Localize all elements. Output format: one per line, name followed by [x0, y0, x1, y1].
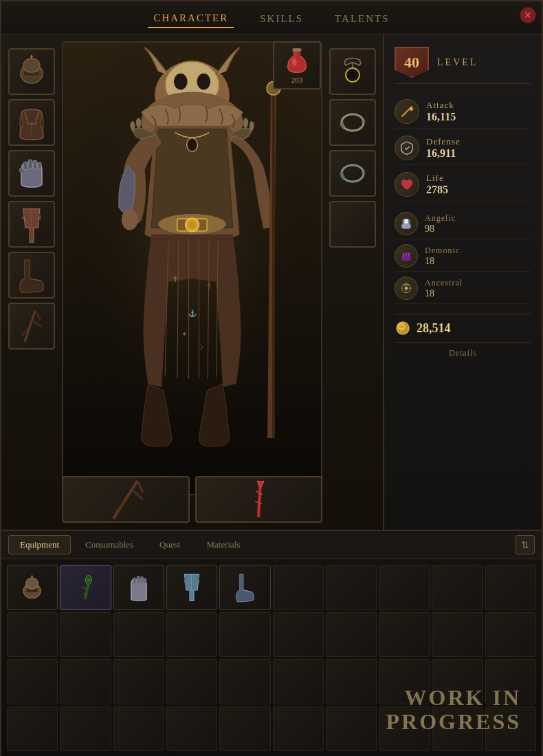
svg-marker-73 — [31, 575, 34, 577]
inv-cell-0[interactable] — [7, 565, 58, 610]
inv-cell-25[interactable] — [273, 659, 324, 704]
tab-skills[interactable]: SKILLS — [254, 10, 309, 28]
potion-count: 203 — [291, 76, 303, 84]
attack-icon — [395, 99, 419, 124]
inventory-tabs: Equipment Consumables Quest Materials ⇅ — [1, 531, 542, 559]
inv-cell-27[interactable] — [379, 659, 430, 704]
secondary-stats: Angelic 98 Demonic — [395, 208, 531, 304]
potion-slot[interactable]: 203 — [273, 41, 321, 89]
inv-cell-36[interactable] — [326, 706, 377, 752]
inv-cell-35[interactable] — [273, 706, 324, 752]
gold-display: 28,514 — [395, 314, 531, 343]
inv-cell-14[interactable] — [219, 612, 270, 658]
inv-cell-28[interactable] — [432, 659, 483, 704]
inv-cell-21[interactable] — [60, 659, 111, 704]
svg-line-13 — [32, 320, 42, 327]
content-area: ✝ ⚓ † ✦ ☽ — [1, 34, 542, 530]
inv-cell-2[interactable] — [113, 565, 164, 610]
defense-value: 16,911 — [426, 147, 461, 160]
ancestral-label: Ancestral — [425, 278, 463, 288]
inv-cell-5[interactable] — [273, 565, 324, 610]
life-value: 2785 — [426, 184, 448, 196]
inv-cell-3[interactable] — [166, 565, 217, 610]
inv-cell-20[interactable] — [7, 659, 58, 704]
slot-weapon-right[interactable] — [195, 476, 323, 523]
svg-text:✝: ✝ — [172, 274, 179, 284]
inv-cell-26[interactable] — [326, 659, 377, 704]
svg-text:†: † — [207, 281, 211, 291]
inv-cell-11[interactable] — [60, 612, 111, 658]
inv-cell-9[interactable] — [485, 565, 536, 610]
slot-boots[interactable] — [8, 252, 55, 299]
inv-cell-38[interactable] — [432, 706, 483, 752]
header-tabs: CHARACTER SKILLS TALENTS — [1, 1, 542, 34]
inv-cell-12[interactable] — [113, 612, 164, 658]
level-number: 40 — [404, 54, 419, 72]
slot-helm[interactable] — [8, 48, 55, 95]
inv-cell-1[interactable] — [60, 565, 111, 610]
demonic-icon — [395, 244, 418, 268]
inv-cell-17[interactable] — [379, 612, 430, 658]
svg-rect-7 — [28, 160, 32, 169]
inv-tab-consumables[interactable]: Consumables — [74, 535, 145, 554]
stat-attack-info: Attack 16,115 — [426, 100, 456, 123]
level-label: LEVEL — [437, 57, 478, 68]
inv-cell-37[interactable] — [379, 706, 430, 752]
bottom-weapon-slots — [62, 476, 322, 523]
inv-cell-7[interactable] — [379, 565, 430, 610]
inv-cell-19[interactable] — [485, 612, 536, 658]
inv-cell-33[interactable] — [166, 706, 217, 752]
inv-cell-31[interactable] — [60, 706, 111, 752]
slot-amulet[interactable] — [329, 48, 376, 95]
inv-tab-equipment[interactable]: Equipment — [8, 535, 71, 554]
svg-line-50 — [137, 481, 143, 493]
details-link[interactable]: Details — [395, 348, 531, 358]
slot-chest[interactable] — [8, 99, 55, 146]
inv-cell-24[interactable] — [219, 659, 270, 704]
inv-cell-32[interactable] — [113, 706, 164, 752]
inv-cell-39[interactable] — [485, 706, 536, 752]
inv-cell-6[interactable] — [326, 565, 377, 610]
char-image-area: ✝ ⚓ † ✦ ☽ — [62, 41, 322, 495]
defense-icon — [395, 136, 419, 160]
inv-tab-quest[interactable]: Quest — [148, 535, 192, 554]
inv-cell-4[interactable] — [219, 565, 270, 610]
inv-cell-13[interactable] — [166, 612, 217, 658]
slot-offhand-left[interactable] — [8, 303, 55, 349]
svg-point-68 — [399, 325, 403, 328]
svg-point-18 — [174, 74, 188, 90]
svg-rect-9 — [38, 162, 41, 169]
inv-tab-materials[interactable]: Materials — [195, 535, 252, 554]
svg-point-45 — [342, 114, 364, 131]
ancestral-icon — [395, 277, 418, 300]
gold-amount: 28,514 — [417, 321, 451, 336]
slot-ring3[interactable] — [329, 201, 376, 248]
tab-character[interactable]: CHARACTER — [148, 10, 234, 28]
slot-ring1[interactable] — [329, 99, 376, 146]
sort-button[interactable]: ⇅ — [516, 535, 535, 554]
inv-cell-18[interactable] — [432, 612, 483, 658]
level-badge: 40 — [395, 47, 429, 78]
inv-cell-23[interactable] — [166, 659, 217, 704]
svg-line-12 — [35, 311, 41, 320]
inv-cell-8[interactable] — [432, 565, 483, 610]
angelic-icon — [395, 212, 418, 235]
svg-rect-42 — [293, 49, 301, 52]
inv-cell-16[interactable] — [326, 612, 377, 658]
inventory-area: Equipment Consumables Quest Materials ⇅ — [1, 530, 542, 756]
tab-talents[interactable]: TALENTS — [329, 10, 395, 28]
slot-ring2[interactable] — [329, 150, 376, 197]
close-button[interactable]: ✕ — [520, 7, 536, 23]
attack-value: 16,115 — [426, 111, 456, 123]
slot-legs[interactable] — [8, 201, 55, 248]
inv-cell-10[interactable] — [7, 612, 58, 658]
inv-cell-34[interactable] — [219, 706, 270, 752]
slot-weapon-left[interactable] — [62, 476, 190, 523]
svg-rect-8 — [33, 160, 37, 169]
inv-cell-15[interactable] — [273, 612, 324, 658]
inv-cell-22[interactable] — [113, 659, 164, 704]
inv-cell-30[interactable] — [7, 706, 58, 752]
inv-cell-29[interactable] — [485, 659, 536, 704]
slot-gloves[interactable] — [8, 150, 55, 197]
svg-point-41 — [292, 58, 297, 66]
